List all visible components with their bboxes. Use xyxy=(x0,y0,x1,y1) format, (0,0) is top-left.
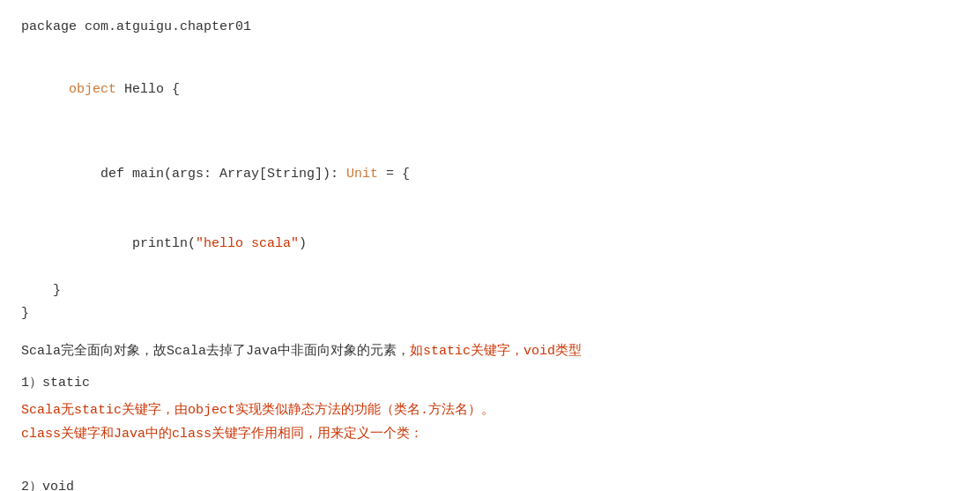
prose-text-1: Scala完全面向对象，故Scala去掉了Java中非面向对象的元素， xyxy=(21,344,410,359)
section-static-title: 1）static xyxy=(21,372,959,395)
code-line-3: object Hello { xyxy=(21,55,959,124)
section-static-body: Scala无static关键字，由object实现类似静态方法的功能（类名.方法… xyxy=(21,398,959,446)
code-line-8: } xyxy=(21,302,959,325)
code-line-6: println("hello scala") xyxy=(21,210,959,279)
code-string: "hello scala" xyxy=(196,236,299,251)
spacer-1 xyxy=(21,455,959,471)
code-def: def main(args: Array[String]): xyxy=(69,167,346,182)
code-line-1: package com.atguigu.chapter01 xyxy=(21,16,959,39)
code-println-open: println( xyxy=(69,236,196,251)
code-line-blank-1 xyxy=(21,39,959,55)
code-hello: Hello { xyxy=(116,82,180,97)
code-line-5: def main(args: Array[String]): Unit = { xyxy=(21,140,959,210)
keyword-object: object xyxy=(69,82,116,97)
code-line-7: } xyxy=(21,279,959,302)
prose-section-1: Scala完全面向对象，故Scala去掉了Java中非面向对象的元素，如stat… xyxy=(21,339,959,363)
code-eq: = { xyxy=(378,167,410,182)
code-line-blank-2 xyxy=(21,124,959,140)
section-static-line-1: Scala无static关键字，由object实现类似静态方法的功能（类名.方法… xyxy=(21,398,959,422)
main-content: package com.atguigu.chapter01 object Hel… xyxy=(0,0,980,491)
prose-text-1-red: 如static关键字，void类型 xyxy=(410,344,582,359)
section-static-line-2: class关键字和Java中的class关键字作用相同，用来定义一个类： xyxy=(21,422,959,446)
code-block: package com.atguigu.chapter01 object Hel… xyxy=(21,16,959,325)
keyword-unit: Unit xyxy=(346,167,378,182)
code-println-close: ) xyxy=(299,236,307,251)
prose-line-1: Scala完全面向对象，故Scala去掉了Java中非面向对象的元素，如stat… xyxy=(21,339,959,363)
section-void-title: 2）void xyxy=(21,476,959,492)
